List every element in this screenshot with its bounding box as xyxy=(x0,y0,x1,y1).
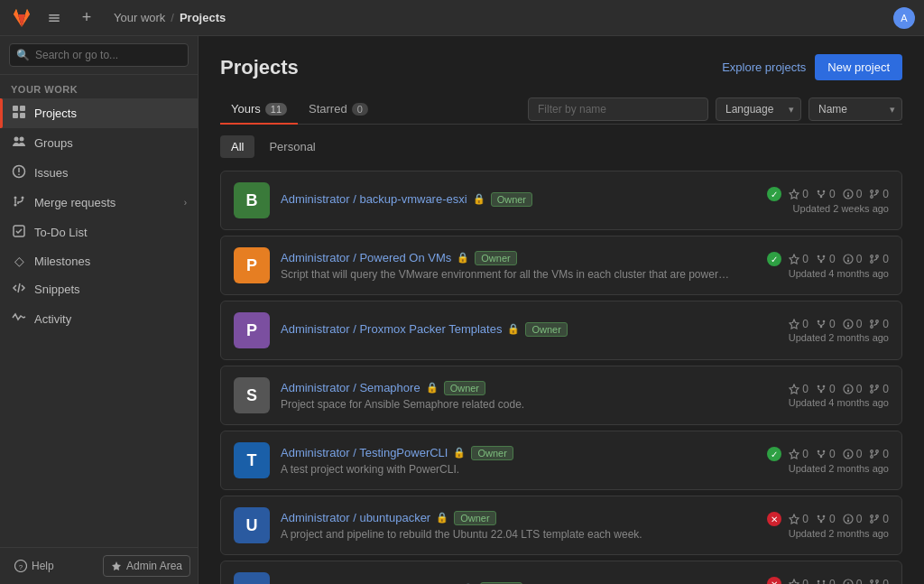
svg-line-63 xyxy=(818,324,821,326)
svg-rect-9 xyxy=(49,20,60,22)
project-item-ubuntupacker2404[interactable]: U Administrator / ubuntupacker2404 🔒 Own… xyxy=(220,561,902,584)
issue-stat: 0 xyxy=(843,253,863,265)
svg-text:?: ? xyxy=(19,563,23,571)
svg-point-38 xyxy=(871,190,873,193)
svg-point-89 xyxy=(823,450,826,453)
project-item-testing-powercli[interactable]: T Administrator / TestingPowerCLI 🔒 Owne… xyxy=(220,431,902,490)
tabs-row: Yours 11 Starred 0 Language Ruby Python … xyxy=(220,95,902,125)
sidebar-item-snippets[interactable]: Snippets xyxy=(0,274,198,304)
sidebar-item-todo[interactable]: To-Do List xyxy=(0,218,198,247)
sidebar-item-merge-requests[interactable]: Merge requests › xyxy=(0,188,198,218)
fork-icon xyxy=(816,579,827,584)
project-name-row: Administrator / backup-vmware-esxi 🔒 Own… xyxy=(281,192,756,207)
star-icon xyxy=(789,254,799,264)
project-info: Administrator / TestingPowerCLI 🔒 Owner … xyxy=(281,446,756,476)
breadcrumb-separator: / xyxy=(171,11,174,24)
help-icon: ? xyxy=(14,560,27,572)
svg-rect-13 xyxy=(20,113,25,118)
project-item-backup-vmware-esxi[interactable]: B Administrator / backup-vmware-esxi 🔒 O… xyxy=(220,171,902,230)
project-name[interactable]: Administrator / Powered On VMs xyxy=(281,251,451,264)
svg-point-43 xyxy=(818,255,820,258)
sidebar-item-groups[interactable]: Groups xyxy=(0,128,198,158)
svg-rect-17 xyxy=(18,168,20,172)
subtab-all-label: All xyxy=(231,140,244,153)
fork-count: 0 xyxy=(829,383,836,395)
sidebar-toggle-icon[interactable] xyxy=(42,5,67,31)
sidebar-item-activity[interactable]: Activity xyxy=(0,304,198,334)
svg-point-97 xyxy=(847,455,848,456)
svg-point-119 xyxy=(823,580,826,583)
issue-count: 0 xyxy=(856,318,863,330)
project-name[interactable]: Administrator / backup-vmware-esxi xyxy=(281,192,467,206)
fork-stat: 0 xyxy=(816,448,836,460)
sort-select[interactable]: Name Last updated Created date Stars xyxy=(808,97,902,121)
help-button[interactable]: ? Help xyxy=(7,556,61,576)
sidebar-item-activity-label: Activity xyxy=(34,312,187,326)
language-filter[interactable]: Language Ruby Python JavaScript PowerShe… xyxy=(716,97,801,121)
project-item-proxmox-packer[interactable]: P Administrator / Proxmox Packer Templat… xyxy=(220,301,902,360)
subtab-personal[interactable]: Personal xyxy=(258,135,326,158)
admin-area-button[interactable]: Admin Area xyxy=(103,555,190,577)
svg-point-14 xyxy=(14,137,19,142)
project-meta-col: ✓ 0 0 0 0 xyxy=(767,447,889,474)
svg-point-131 xyxy=(876,580,879,583)
new-item-icon[interactable]: + xyxy=(74,5,99,31)
svg-line-34 xyxy=(821,194,824,196)
svg-marker-72 xyxy=(790,385,799,394)
pipeline-status-icon: ✓ xyxy=(767,187,781,201)
avatar[interactable]: A xyxy=(893,7,915,29)
subtab-personal-label: Personal xyxy=(269,140,315,153)
subtab-all[interactable]: All xyxy=(220,135,254,158)
project-name[interactable]: Administrator / ubuntupacker xyxy=(281,511,430,524)
project-avatar: B xyxy=(234,182,270,218)
sort-wrap: Name Last updated Created date Stars xyxy=(808,97,902,121)
sidebar-item-groups-label: Groups xyxy=(34,136,187,150)
svg-point-86 xyxy=(876,385,879,388)
lock-icon: 🔒 xyxy=(426,382,439,394)
project-name[interactable]: Administrator / Proxmox Packer Templates xyxy=(281,322,502,336)
star-count: 0 xyxy=(802,383,808,395)
fork-count: 0 xyxy=(829,578,836,584)
svg-point-71 xyxy=(876,320,879,323)
tab-starred-count: 0 xyxy=(352,103,368,116)
project-name[interactable]: Administrator / Semaphore xyxy=(281,381,420,394)
mr-icon xyxy=(869,514,880,524)
snippets-icon xyxy=(11,281,27,298)
tab-filters: Language Ruby Python JavaScript PowerShe… xyxy=(528,97,902,121)
tab-starred[interactable]: Starred 0 xyxy=(298,95,379,125)
project-updated: Updated 2 months ago xyxy=(789,463,889,474)
sidebar-item-snippets-label: Snippets xyxy=(34,283,187,296)
project-item-ubuntupacker[interactable]: U Administrator / ubuntupacker 🔒 Owner A… xyxy=(220,496,902,555)
fork-icon xyxy=(816,514,827,524)
filter-name-input[interactable] xyxy=(528,97,708,121)
sidebar-item-issues[interactable]: Issues xyxy=(0,158,198,188)
project-meta-col: 0 0 0 0 Updated 2 months a xyxy=(767,318,889,343)
star-stat: 0 xyxy=(789,318,808,330)
project-item-semaphore[interactable]: S Administrator / Semaphore 🔒 Owner Proj… xyxy=(220,366,902,425)
svg-rect-18 xyxy=(18,174,20,176)
svg-line-48 xyxy=(818,259,821,261)
project-item-powered-on-vms[interactable]: P Administrator / Powered On VMs 🔒 Owner… xyxy=(220,236,902,295)
activity-icon xyxy=(11,311,27,328)
sidebar-item-projects[interactable]: Projects xyxy=(0,98,198,128)
svg-point-88 xyxy=(818,450,820,453)
gitlab-logo[interactable] xyxy=(9,5,34,31)
svg-point-52 xyxy=(847,260,848,261)
breadcrumb-home[interactable]: Your work xyxy=(114,11,165,24)
star-count: 0 xyxy=(802,318,808,330)
fork-icon xyxy=(816,254,827,264)
svg-line-94 xyxy=(821,454,824,456)
issue-icon xyxy=(843,579,854,584)
sidebar-item-milestones[interactable]: ◇ Milestones xyxy=(0,247,198,274)
explore-projects-link[interactable]: Explore projects xyxy=(722,60,806,74)
project-avatar: P xyxy=(234,312,270,348)
svg-marker-6 xyxy=(25,9,30,14)
project-stats: 0 0 0 0 xyxy=(789,578,889,584)
project-info: Administrator / backup-vmware-esxi 🔒 Own… xyxy=(281,192,756,209)
tab-yours[interactable]: Yours 11 xyxy=(220,95,298,125)
search-input[interactable] xyxy=(9,43,189,67)
svg-point-39 xyxy=(871,196,873,199)
new-project-button[interactable]: New project xyxy=(815,54,902,80)
project-name[interactable]: Administrator / TestingPowerCLI xyxy=(281,446,448,459)
subtabs-row: All Personal xyxy=(220,135,902,158)
